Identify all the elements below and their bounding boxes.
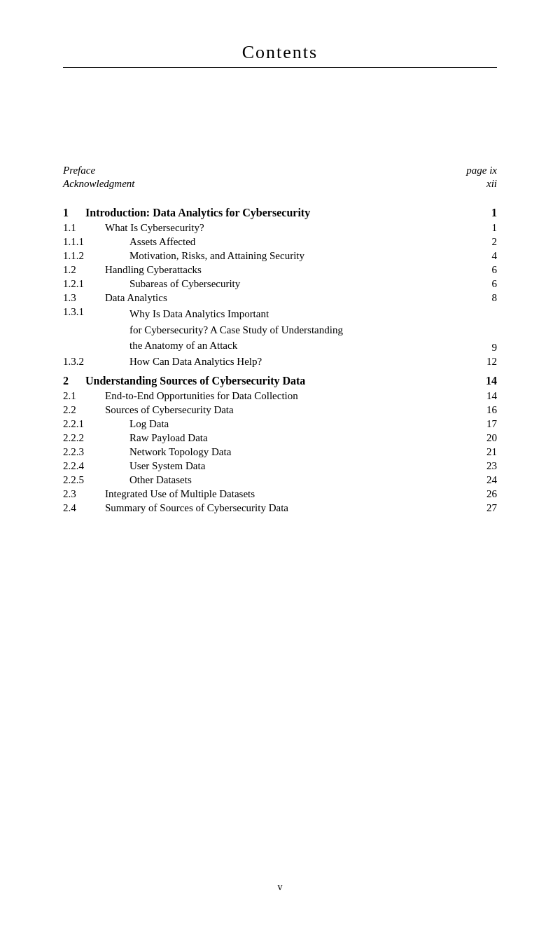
chapter-2-title-group: 2 Understanding Sources of Cybersecurity… [63, 375, 476, 387]
section-2-3-num: 2.3 [63, 488, 105, 500]
subsection-2-2-3-title: Network Topology Data [130, 446, 231, 458]
subsection-1-3-2-page: 12 [476, 356, 497, 368]
subsection-2-2-1-num: 2.2.1 [63, 418, 130, 430]
section-1-3-left: 1.3 Data Analytics [63, 292, 476, 304]
subsection-1-3-1-page: 9 [476, 342, 497, 354]
section-2-4-num: 2.4 [63, 502, 105, 514]
subsection-1-1-2-page: 4 [476, 250, 497, 262]
subsection-1-2-1-num: 1.2.1 [63, 278, 130, 290]
section-1-1-page: 1 [476, 222, 497, 234]
subsection-1-1-1-left: 1.1.1 Assets Affected [63, 236, 476, 248]
chapter-1-title-group: 1 Introduction: Data Analytics for Cyber… [63, 207, 476, 219]
acknowledgment-page: xii [486, 178, 497, 190]
section-2-4: 2.4 Summary of Sources of Cybersecurity … [63, 502, 497, 514]
section-2-4-page: 27 [476, 502, 497, 514]
section-1-1: 1.1 What Is Cybersecurity? 1 [63, 222, 497, 234]
section-2-3: 2.3 Integrated Use of Multiple Datasets … [63, 488, 497, 500]
subsection-2-2-5-left: 2.2.5 Other Datasets [63, 474, 476, 486]
subsection-1-3-2-num: 1.3.2 [63, 356, 130, 368]
chapter-1: 1 Introduction: Data Analytics for Cyber… [63, 207, 497, 368]
section-2-1-left: 2.1 End-to-End Opportunities for Data Co… [63, 390, 476, 402]
subsection-1-3-2-left: 1.3.2 How Can Data Analytics Help? [63, 356, 476, 368]
header-rule [63, 67, 497, 68]
subsection-1-1-1: 1.1.1 Assets Affected 2 [63, 236, 497, 248]
page-header: Contents [63, 42, 497, 68]
chapter-2-title: Understanding Sources of Cybersecurity D… [85, 375, 305, 387]
chapter-2-row: 2 Understanding Sources of Cybersecurity… [63, 375, 497, 387]
subsection-1-3-1: 1.3.1 Why Is Data Analytics Importantfor… [63, 306, 497, 354]
section-2-1: 2.1 End-to-End Opportunities for Data Co… [63, 390, 497, 402]
subsection-2-2-1-title: Log Data [130, 418, 169, 430]
subsection-2-2-5-page: 24 [476, 474, 497, 486]
subsection-1-1-2: 1.1.2 Motivation, Risks, and Attaining S… [63, 250, 497, 262]
section-1-2-page: 6 [476, 264, 497, 276]
subsection-2-2-4-left: 2.2.4 User System Data [63, 460, 476, 472]
subsection-2-2-3-page: 21 [476, 446, 497, 458]
front-matter: Preface page ix Acknowledgment xii [63, 165, 497, 190]
section-2-4-left: 2.4 Summary of Sources of Cybersecurity … [63, 502, 476, 514]
section-1-3-title: Data Analytics [105, 292, 167, 304]
subsection-2-2-4: 2.2.4 User System Data 23 [63, 460, 497, 472]
acknowledgment-row: Acknowledgment xii [63, 178, 497, 190]
subsection-1-1-1-page: 2 [476, 236, 497, 248]
subsection-2-2-4-page: 23 [476, 460, 497, 472]
chapter-2-num: 2 [63, 375, 85, 387]
section-2-2-page: 16 [476, 404, 497, 416]
subsection-1-1-2-num: 1.1.2 [63, 250, 130, 262]
subsection-2-2-1-left: 2.2.1 Log Data [63, 418, 476, 430]
section-1-3-page: 8 [476, 292, 497, 304]
subsection-1-3-2-title: How Can Data Analytics Help? [130, 356, 262, 368]
subsection-2-2-2-num: 2.2.2 [63, 432, 130, 444]
subsection-1-2-1: 1.2.1 Subareas of Cybersecurity 6 [63, 278, 497, 290]
chapter-2: 2 Understanding Sources of Cybersecurity… [63, 375, 497, 514]
section-1-1-left: 1.1 What Is Cybersecurity? [63, 222, 476, 234]
subsection-1-1-1-num: 1.1.1 [63, 236, 130, 248]
chapter-2-page: 14 [476, 375, 497, 387]
footer-page-num: v [278, 882, 283, 892]
page-footer: v [0, 882, 560, 893]
subsection-2-2-3-num: 2.2.3 [63, 446, 130, 458]
section-1-1-title: What Is Cybersecurity? [105, 222, 204, 234]
subsection-1-3-1-left: 1.3.1 Why Is Data Analytics Importantfor… [63, 306, 476, 354]
section-2-3-page: 26 [476, 488, 497, 500]
section-2-2-left: 2.2 Sources of Cybersecurity Data [63, 404, 476, 416]
top-spacer [63, 74, 497, 158]
preface-page: page ix [466, 165, 497, 176]
section-1-2: 1.2 Handling Cyberattacks 6 [63, 264, 497, 276]
subsection-2-2-3-left: 2.2.3 Network Topology Data [63, 446, 476, 458]
section-1-3: 1.3 Data Analytics 8 [63, 292, 497, 304]
chapter-1-title: Introduction: Data Analytics for Cyberse… [85, 207, 310, 219]
subsection-1-3-2: 1.3.2 How Can Data Analytics Help? 12 [63, 356, 497, 368]
section-1-2-num: 1.2 [63, 264, 105, 276]
subsection-1-1-2-title: Motivation, Risks, and Attaining Securit… [130, 250, 304, 262]
subsection-1-2-1-title: Subareas of Cybersecurity [130, 278, 240, 290]
subsection-1-2-1-left: 1.2.1 Subareas of Cybersecurity [63, 278, 476, 290]
page-title: Contents [63, 42, 497, 63]
chapter-1-row: 1 Introduction: Data Analytics for Cyber… [63, 207, 497, 219]
section-2-2: 2.2 Sources of Cybersecurity Data 16 [63, 404, 497, 416]
subsection-1-3-1-title: Why Is Data Analytics Importantfor Cyber… [130, 306, 343, 354]
subsection-2-2-4-title: User System Data [130, 460, 205, 472]
section-2-1-page: 14 [476, 390, 497, 402]
toc-content: Preface page ix Acknowledgment xii 1 Int… [63, 165, 497, 514]
subsection-2-2-5: 2.2.5 Other Datasets 24 [63, 474, 497, 486]
subsection-1-2-1-page: 6 [476, 278, 497, 290]
subsection-1-3-1-num: 1.3.1 [63, 306, 130, 318]
subsection-2-2-2: 2.2.2 Raw Payload Data 20 [63, 432, 497, 444]
section-2-2-num: 2.2 [63, 404, 105, 416]
section-2-3-left: 2.3 Integrated Use of Multiple Datasets [63, 488, 476, 500]
subsection-2-2-2-title: Raw Payload Data [130, 432, 208, 444]
subsection-1-1-1-title: Assets Affected [130, 236, 195, 248]
subsection-2-2-2-left: 2.2.2 Raw Payload Data [63, 432, 476, 444]
subsection-2-2-4-num: 2.2.4 [63, 460, 130, 472]
page: Contents Preface page ix Acknowledgment … [0, 0, 560, 928]
toc-chapters: 1 Introduction: Data Analytics for Cyber… [63, 207, 497, 514]
section-2-1-num: 2.1 [63, 390, 105, 402]
section-2-4-title: Summary of Sources of Cybersecurity Data [105, 502, 288, 514]
section-1-1-num: 1.1 [63, 222, 105, 234]
section-1-2-left: 1.2 Handling Cyberattacks [63, 264, 476, 276]
chapter-1-page: 1 [476, 207, 497, 219]
subsection-2-2-5-num: 2.2.5 [63, 474, 130, 486]
subsection-2-2-5-title: Other Datasets [130, 474, 192, 486]
subsection-2-2-1: 2.2.1 Log Data 17 [63, 418, 497, 430]
